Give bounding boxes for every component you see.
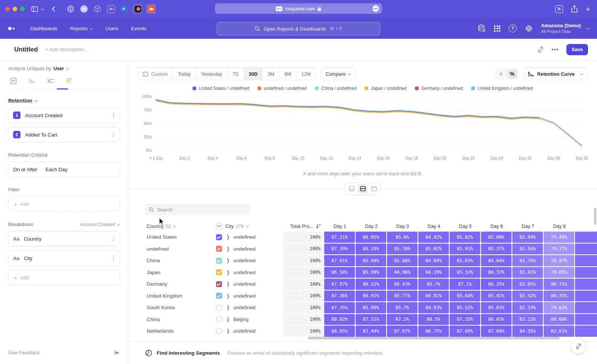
vertical-scrollbar[interactable] bbox=[594, 208, 596, 225]
expand-chevron-icon[interactable]: ❯ bbox=[226, 282, 229, 287]
apps-grid-icon[interactable] bbox=[494, 25, 500, 32]
legend-item-china-undefined[interactable]: China / undefined bbox=[315, 86, 356, 91]
nav-item-events[interactable]: Events bbox=[131, 26, 146, 31]
range-custom[interactable]: Custom bbox=[138, 68, 173, 80]
expand-chevron-icon[interactable]: ❯ bbox=[226, 270, 229, 275]
range-yesterday[interactable]: Yesterday bbox=[196, 68, 228, 80]
row-checkbox[interactable] bbox=[216, 316, 222, 322]
cell-day-7[interactable]: 82.42% bbox=[512, 291, 543, 302]
page-settings-icon[interactable]: ••• bbox=[372, 5, 379, 12]
unit-number-button[interactable]: # bbox=[496, 69, 506, 79]
cell-day-4[interactable]: 86.5% bbox=[418, 314, 449, 325]
cell-day-5[interactable]: 87.35% bbox=[450, 314, 480, 325]
cell-day-5[interactable]: 85.32% bbox=[450, 267, 480, 278]
column-header-city[interactable]: City176 bbox=[216, 223, 283, 229]
mixpanel-logo[interactable] bbox=[8, 27, 18, 30]
expand-chevron-icon[interactable]: ❯ bbox=[226, 246, 229, 251]
onepassword-favicon[interactable] bbox=[66, 4, 75, 14]
add-filter-button[interactable]: +Add bbox=[8, 196, 120, 212]
cell-day-3[interactable]: 85.77% bbox=[387, 291, 418, 302]
cell-day-7[interactable]: 82.33% bbox=[512, 302, 543, 313]
cell-day-6[interactable]: 85.03% bbox=[481, 302, 512, 313]
tab-funnels[interactable] bbox=[28, 77, 37, 85]
cell-day-5[interactable]: 85.64% bbox=[450, 291, 480, 302]
cell-day-2[interactable]: 86.52% bbox=[356, 279, 386, 290]
cell-day-3[interactable]: 87.2% bbox=[387, 314, 418, 325]
cell-day-6[interactable]: 86.03% bbox=[481, 314, 512, 325]
tab-overview-chevron-icon[interactable] bbox=[41, 8, 44, 10]
share-link-fab[interactable] bbox=[571, 339, 586, 354]
cube-favicon[interactable] bbox=[93, 4, 102, 14]
zoom-window-button[interactable] bbox=[20, 7, 25, 11]
row-checkbox[interactable] bbox=[216, 305, 222, 311]
legend-item-germany-undefined[interactable]: Germany / undefined bbox=[415, 86, 463, 91]
cell-day-4[interactable]: 84.81% bbox=[418, 291, 449, 302]
share-icon[interactable] bbox=[571, 5, 578, 13]
cell-day-4[interactable]: 86.75% bbox=[418, 326, 449, 337]
breakdown-menu-icon[interactable] bbox=[112, 254, 116, 262]
soundcloud-favicon[interactable] bbox=[146, 4, 156, 14]
cell-day-8[interactable]: 79.77% bbox=[544, 244, 574, 255]
cell-day-7[interactable]: 83.05% bbox=[512, 279, 543, 290]
nav-item-users[interactable]: Users bbox=[105, 26, 118, 31]
cell-day-2[interactable]: 86.01% bbox=[356, 291, 386, 302]
criteria-operator[interactable]: On or After bbox=[13, 167, 37, 172]
report-title[interactable]: Untitled bbox=[14, 46, 38, 53]
retention-chart[interactable]: 0%25%50%75%100%< 1 DayDay 2Day 4Day 6Day… bbox=[137, 94, 588, 169]
retention-section-header[interactable]: Retention bbox=[8, 98, 120, 104]
add-breakdown-button[interactable]: +Add bbox=[8, 270, 120, 285]
browser-sidebar-icon[interactable] bbox=[31, 6, 38, 12]
cell-day-7[interactable]: 82.04% bbox=[512, 232, 543, 243]
bird-favicon[interactable] bbox=[119, 4, 129, 14]
help-icon[interactable]: ? bbox=[509, 24, 517, 32]
column-header-total[interactable]: Total Pro... bbox=[283, 223, 324, 229]
unit-percent-button[interactable]: % bbox=[507, 69, 518, 79]
js-favicon[interactable]: JS bbox=[106, 4, 116, 14]
cell-day-6[interactable]: 84.32% bbox=[481, 267, 512, 278]
legend-item-united-kingdom-undefined[interactable]: United Kingdom / undefined bbox=[471, 86, 533, 91]
column-header-day-4[interactable]: Day 4 bbox=[418, 223, 450, 229]
close-window-button[interactable] bbox=[5, 7, 10, 11]
cell-day-1[interactable]: 87.36% bbox=[324, 291, 355, 302]
row-checkbox[interactable] bbox=[216, 328, 222, 334]
cell-day-8[interactable]: 79.05% bbox=[544, 267, 574, 278]
cell-day-8[interactable]: 79.62% bbox=[544, 302, 574, 313]
tab-flows[interactable] bbox=[46, 77, 55, 85]
cell-day-6[interactable]: 84.64% bbox=[481, 255, 512, 266]
cell-day-3[interactable]: 87.07% bbox=[387, 326, 418, 337]
cell-day-5[interactable]: 87.1% bbox=[450, 279, 480, 290]
data-management-icon[interactable] bbox=[478, 24, 486, 32]
retention-step-added-to-cart[interactable]: 2Added To Cart bbox=[8, 127, 120, 142]
legend-item-japan-undefined[interactable]: Japan / undefined bbox=[365, 86, 406, 91]
cell-day-4[interactable]: 84.84% bbox=[418, 255, 449, 266]
expand-chevron-icon[interactable]: ❯ bbox=[226, 235, 229, 240]
give-feedback-link[interactable]: Give Feedback bbox=[8, 350, 40, 355]
cell-day-5[interactable]: 85.91% bbox=[450, 244, 480, 255]
notion-extension-icon[interactable]: N bbox=[555, 5, 563, 13]
cell-day-3[interactable]: 84.96% bbox=[387, 267, 418, 278]
cell-day-6[interactable]: 87.69% bbox=[481, 326, 512, 337]
cell-day-1[interactable]: 87.21% bbox=[324, 232, 355, 243]
more-options-icon[interactable]: ••• bbox=[551, 46, 559, 53]
step-menu-icon[interactable] bbox=[112, 131, 116, 139]
column-header-day-1[interactable]: Day 1 bbox=[324, 223, 356, 229]
cell-day-5[interactable]: 85.82% bbox=[450, 232, 480, 243]
cell-day-8[interactable]: 82.61% bbox=[544, 326, 574, 337]
cell-day-2[interactable]: 86.19% bbox=[356, 244, 386, 255]
cell-day-2[interactable]: 86.05% bbox=[356, 232, 386, 243]
range-6m[interactable]: 6M bbox=[279, 68, 296, 80]
cell-day-3[interactable]: 86.43% bbox=[387, 279, 418, 290]
cell-day-5[interactable]: 85.83% bbox=[450, 255, 480, 266]
table-search[interactable] bbox=[145, 204, 250, 215]
cell-day-2[interactable]: 85.99% bbox=[356, 302, 386, 313]
horizontal-scrollbar[interactable] bbox=[308, 337, 560, 339]
cell-day-7[interactable]: 82.56% bbox=[512, 244, 543, 255]
cell-day-1[interactable]: 87.35% bbox=[324, 302, 355, 313]
view-chart-only-button[interactable] bbox=[347, 184, 356, 193]
cell-day-6[interactable]: 85.41% bbox=[481, 291, 512, 302]
cell-day-6[interactable]: 85.37% bbox=[481, 244, 512, 255]
view-table-only-button[interactable] bbox=[369, 184, 379, 193]
new-tab-icon[interactable]: + bbox=[586, 5, 590, 13]
cell-day-7[interactable]: 81.76% bbox=[512, 255, 543, 266]
breakdown-country[interactable]: AaCountry bbox=[8, 231, 120, 247]
